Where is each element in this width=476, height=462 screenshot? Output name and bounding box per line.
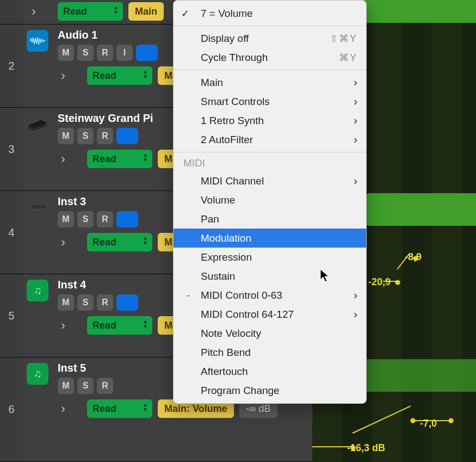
keyboard-shortcut: ⇧⌘Y [330, 33, 357, 45]
menu-item-midi-control-0-63[interactable]: - MIDI Control 0-63 › [174, 286, 366, 305]
record-enable-button[interactable]: R [97, 378, 113, 394]
menu-separator [174, 152, 366, 152]
track-number [0, 0, 23, 24]
automation-mode-dropdown[interactable]: Read▲▼ [87, 150, 152, 168]
menu-item-sustain[interactable]: Sustain [174, 267, 366, 286]
menu-item-expression[interactable]: Expression [174, 248, 366, 267]
track-color-button[interactable] [116, 294, 138, 311]
disclosure-icon[interactable]: › [58, 403, 69, 414]
piano-track-icon [27, 113, 48, 135]
menu-separator [174, 26, 366, 26]
menu-item-retro-synth[interactable]: 1 Retro Synth › [174, 111, 366, 130]
menu-item-display-off[interactable]: Display off ⇧⌘Y [174, 29, 366, 48]
checkmark-icon: ✓ [181, 8, 189, 20]
region[interactable] [367, 193, 476, 226]
svg-rect-0 [28, 128, 29, 132]
midi-track-icon: ♫ [27, 363, 48, 385]
disclosure-icon[interactable]: › [58, 237, 69, 248]
synth-track-icon [27, 196, 48, 218]
menu-item-aftertouch[interactable]: Aftertouch [174, 362, 366, 381]
chevron-right-icon: › [354, 175, 357, 187]
svg-line-9 [28, 209, 35, 213]
track-number: 3 [0, 108, 23, 190]
cursor-icon [320, 269, 330, 283]
track-color-button[interactable] [136, 45, 158, 61]
track-color-button[interactable] [116, 211, 138, 227]
automation-value: -7,0 [420, 418, 437, 429]
input-monitor-button[interactable]: I [116, 45, 133, 61]
solo-button[interactable]: S [77, 45, 94, 61]
automation-mode-dropdown[interactable]: Read▲▼ [87, 399, 152, 418]
menu-item-note-velocity[interactable]: Note Velocity [174, 324, 366, 343]
record-enable-button[interactable]: R [97, 294, 113, 311]
chevron-right-icon: › [354, 76, 357, 89]
keyboard-shortcut: ⌘Y [339, 52, 357, 64]
svg-rect-2 [47, 125, 48, 129]
chevron-right-icon: › [354, 289, 357, 301]
chevron-right-icon: › [354, 95, 357, 108]
svg-rect-1 [33, 131, 34, 132]
menu-item-program-change[interactable]: Program Change [174, 381, 366, 400]
automation-value: -20,9 [368, 276, 391, 288]
audio-track-icon [27, 30, 48, 52]
solo-button[interactable]: S [77, 378, 94, 394]
automation-value: -8,9 [405, 251, 422, 263]
automation-mode-dropdown[interactable]: Read ▲▼ [58, 2, 123, 21]
automation-mode-dropdown[interactable]: Read▲▼ [87, 316, 152, 335]
menu-item-cycle-through[interactable]: Cycle Through ⌘Y [174, 48, 366, 67]
menu-separator [174, 70, 366, 70]
automation-mode-dropdown[interactable]: Read▲▼ [87, 233, 152, 251]
menu-item-modulation[interactable]: Modulation [174, 229, 366, 248]
menu-item-checked[interactable]: ✓ 7 = Volume [174, 4, 366, 23]
mute-button[interactable]: M [58, 128, 74, 144]
menu-item-midi-channel[interactable]: MIDI Channel › [174, 171, 366, 190]
record-enable-button[interactable]: R [97, 45, 113, 61]
menu-item-volume[interactable]: Volume [174, 190, 366, 210]
svg-rect-3 [29, 205, 46, 210]
menu-item-smart-controls[interactable]: Smart Controls › [174, 92, 366, 111]
track-number: 2 [0, 24, 23, 107]
mute-button[interactable]: M [58, 45, 74, 61]
disclosure-icon[interactable]: › [58, 153, 69, 164]
automation-param-tag[interactable]: Main [128, 2, 164, 21]
chevron-right-icon: › [354, 133, 357, 146]
solo-button[interactable]: S [77, 211, 94, 227]
track-number: 4 [0, 191, 23, 274]
menu-section-header: MIDI [174, 155, 366, 171]
menu-item-pitch-bend[interactable]: Pitch Bend [174, 343, 366, 362]
minus-icon: - [187, 289, 190, 301]
record-enable-button[interactable]: R [97, 211, 113, 227]
menu-item-main[interactable]: Main › [174, 73, 366, 92]
disclosure-icon[interactable]: › [58, 70, 69, 81]
automation-parameter-menu[interactable]: ✓ 7 = Volume Display off ⇧⌘Y Cycle Throu… [173, 0, 367, 404]
menu-item-autofilter[interactable]: 2 AutoFilter › [174, 130, 366, 149]
menu-item-pan[interactable]: Pan [174, 210, 366, 229]
menu-item-midi-control-64-127[interactable]: MIDI Control 64-127 › [174, 305, 366, 324]
chevron-right-icon: › [354, 308, 357, 321]
track-number: 6 [0, 358, 23, 461]
disclosure-icon[interactable]: › [58, 320, 69, 331]
midi-track-icon: ♫ [27, 280, 48, 301]
chevron-right-icon: › [354, 114, 357, 127]
track-color-button[interactable] [116, 128, 138, 144]
automation-mode-dropdown[interactable]: Read▲▼ [87, 66, 152, 85]
svg-line-10 [40, 209, 46, 213]
track-number: 5 [0, 274, 23, 357]
mute-button[interactable]: M [58, 378, 74, 394]
solo-button[interactable]: S [77, 128, 94, 144]
disclosure-icon[interactable]: › [28, 6, 39, 17]
solo-button[interactable]: S [77, 294, 94, 311]
mute-button[interactable]: M [58, 211, 74, 227]
automation-value: -16,3 dB [347, 442, 385, 454]
mute-button[interactable]: M [58, 294, 74, 311]
record-enable-button[interactable]: R [97, 128, 113, 144]
